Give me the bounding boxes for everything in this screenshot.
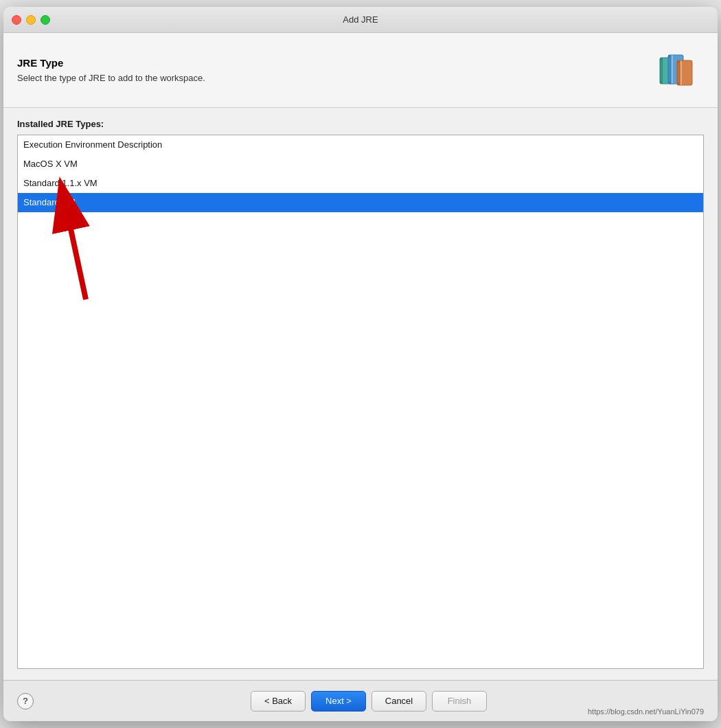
traffic-lights: [12, 15, 50, 25]
list-item-selected[interactable]: Standard VM: [18, 193, 703, 212]
titlebar: Add JRE: [3, 7, 718, 33]
list-item[interactable]: Execution Environment Description: [18, 135, 703, 155]
maximize-button[interactable]: [41, 15, 50, 25]
header-title: JRE Type: [17, 57, 205, 69]
list-item[interactable]: Standard 1.1.x VM: [18, 174, 703, 193]
window: Add JRE JRE Type Select the type of JRE …: [3, 7, 718, 721]
list-label: Installed JRE Types:: [17, 119, 704, 129]
window-title: Add JRE: [343, 14, 378, 25]
books-icon: [654, 45, 704, 95]
svg-rect-8: [678, 63, 679, 82]
svg-rect-9: [672, 55, 673, 84]
jre-types-list[interactable]: Execution Environment Description MacOS …: [17, 135, 704, 669]
svg-rect-2: [661, 60, 662, 81]
header-text: JRE Type Select the type of JRE to add t…: [17, 57, 205, 83]
svg-rect-10: [680, 60, 682, 85]
minimize-button[interactable]: [26, 15, 36, 25]
footer-left: ?: [17, 693, 34, 709]
header-section: JRE Type Select the type of JRE to add t…: [3, 33, 718, 108]
finish-button: Finish: [432, 691, 487, 712]
next-button[interactable]: Next >: [311, 691, 366, 712]
cancel-button[interactable]: Cancel: [371, 691, 426, 712]
close-button[interactable]: [12, 15, 21, 25]
list-item[interactable]: MacOS X VM: [18, 155, 703, 174]
footer: ? < Back Next > Cancel Finish https://bl…: [3, 680, 718, 721]
svg-rect-5: [669, 58, 670, 81]
watermark: https://blog.csdn.net/YuanLiYin079: [588, 707, 704, 716]
header-subtitle: Select the type of JRE to add to the wor…: [17, 73, 205, 83]
content: Installed JRE Types: Execution Environme…: [3, 108, 718, 680]
footer-buttons: < Back Next > Cancel Finish: [251, 691, 487, 712]
help-button[interactable]: ?: [17, 693, 34, 709]
back-button[interactable]: < Back: [251, 691, 306, 712]
